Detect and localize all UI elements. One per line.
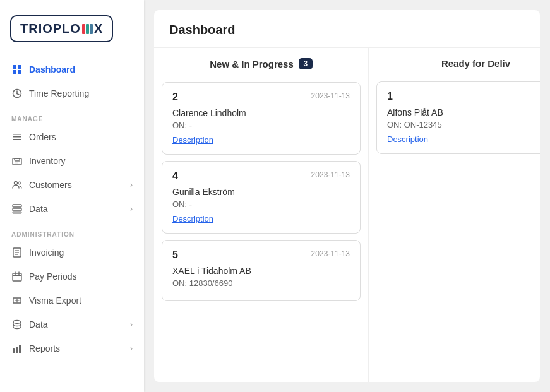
logo[interactable]: TRIOPLO X xyxy=(10,15,113,42)
svg-rect-11 xyxy=(15,158,20,160)
svg-point-14 xyxy=(15,182,18,185)
chevron-right-icon: › xyxy=(130,320,133,329)
logo-ox xyxy=(82,24,93,34)
chevron-right-icon: › xyxy=(130,181,133,189)
svg-rect-23 xyxy=(13,273,21,281)
svg-rect-0 xyxy=(13,65,16,69)
sidebar-item-pay-periods[interactable]: Pay Periods xyxy=(0,264,144,288)
column-cards-ready: 1 Alfons Plåt AB ON: ON-12345 Descriptio… xyxy=(369,76,540,382)
svg-rect-7 xyxy=(13,134,21,135)
data-admin-icon xyxy=(11,319,23,330)
sidebar-item-label: Customers xyxy=(29,180,72,190)
card-id: 1 xyxy=(387,91,393,102)
svg-rect-30 xyxy=(19,345,21,353)
sidebar-item-data-admin[interactable]: Data › xyxy=(0,312,144,336)
customers-icon xyxy=(11,179,23,191)
card-top: 2 2023-11-13 xyxy=(172,92,350,103)
logo-bar-green xyxy=(86,24,89,34)
card-id: 4 xyxy=(172,170,178,182)
column-label: Ready for Deliv xyxy=(441,58,510,69)
sidebar-item-invoicing[interactable]: Invoicing xyxy=(0,241,144,264)
svg-rect-18 xyxy=(13,212,21,213)
svg-rect-28 xyxy=(13,348,15,353)
sidebar-item-dashboard[interactable]: Dashboard xyxy=(0,57,144,81)
logo-area: TRIOPLO X xyxy=(0,10,144,57)
card-customer: Alfons Plåt AB xyxy=(387,107,540,117)
sidebar-item-label: Pay Periods xyxy=(29,271,76,282)
svg-rect-1 xyxy=(18,65,21,69)
sidebar-item-time-reporting[interactable]: Time Reporting xyxy=(0,81,144,105)
sidebar-item-inventory[interactable]: Inventory xyxy=(0,149,144,173)
data-icon xyxy=(11,203,23,215)
card-customer: Gunilla Ekström xyxy=(172,187,350,197)
card-on: ON: ON-12345 xyxy=(387,120,540,129)
sidebar-item-label: Invoicing xyxy=(29,247,64,258)
card-5[interactable]: 5 2023-11-13 XAEL i Tidaholm AB ON: 1283… xyxy=(162,240,361,301)
column-header-new-in-progress: New & In Progress 3 xyxy=(154,48,368,77)
card-top: 4 2023-11-13 xyxy=(172,170,350,182)
admin-section-label: ADMINISTRATION xyxy=(0,221,144,241)
card-date: 2023-11-13 xyxy=(311,170,350,179)
card-4[interactable]: 4 2023-11-13 Gunilla Ekström ON: - Descr… xyxy=(162,161,361,234)
card-description-link[interactable]: Description xyxy=(172,214,213,223)
list-icon xyxy=(11,131,23,143)
card-on: ON: 12830/6690 xyxy=(172,278,350,288)
visma-icon xyxy=(11,295,23,306)
svg-rect-8 xyxy=(13,136,21,138)
svg-rect-2 xyxy=(13,70,16,74)
page-title: Dashboard xyxy=(169,23,235,37)
reports-icon xyxy=(11,343,23,354)
sidebar-item-reports[interactable]: Reports › xyxy=(0,336,144,360)
sidebar-item-label: Dashboard xyxy=(29,64,75,74)
sidebar-item-label: Time Reporting xyxy=(29,88,89,98)
card-on: ON: - xyxy=(172,121,350,130)
logo-x: X xyxy=(94,21,103,36)
sidebar-item-orders[interactable]: Orders xyxy=(0,125,144,149)
column-label: New & In Progress xyxy=(210,59,294,69)
svg-line-6 xyxy=(17,94,19,95)
logo-text: TRIOPLO xyxy=(20,21,81,36)
card-2[interactable]: 2 2023-11-13 Clarence Lindholm ON: - Des… xyxy=(162,82,361,155)
card-date: 2023-11-13 xyxy=(311,92,350,100)
card-on: ON: - xyxy=(172,199,350,209)
card-top: 5 2023-11-13 xyxy=(172,249,350,261)
card-top: 1 xyxy=(387,91,540,102)
sidebar-item-visma-export[interactable]: Visma Export xyxy=(0,288,144,312)
sidebar-item-label: Data xyxy=(29,204,48,214)
svg-point-27 xyxy=(13,321,21,324)
sidebar-item-label: Inventory xyxy=(29,156,66,166)
svg-rect-3 xyxy=(18,70,21,74)
svg-point-15 xyxy=(18,182,21,184)
page-header: Dashboard xyxy=(154,10,540,48)
logo-bar-red xyxy=(82,24,85,34)
sidebar-item-label: Reports xyxy=(29,343,60,353)
card-customer: XAEL i Tidaholm AB xyxy=(172,266,350,276)
sidebar: TRIOPLO X Dashboard xyxy=(0,0,144,392)
main-content: Dashboard New & In Progress 3 2 2023-11-… xyxy=(144,0,550,392)
pay-periods-icon xyxy=(11,271,23,282)
card-1[interactable]: 1 Alfons Plåt AB ON: ON-12345 Descriptio… xyxy=(376,81,540,154)
card-id: 2 xyxy=(172,92,178,103)
dashboard-icon xyxy=(11,64,23,75)
clock-icon xyxy=(11,88,23,99)
column-header-ready-for-delivery: Ready for Deliv xyxy=(369,48,540,76)
svg-rect-17 xyxy=(13,208,21,211)
column-cards-new-in-progress: 2 2023-11-13 Clarence Lindholm ON: - Des… xyxy=(154,77,368,382)
column-badge: 3 xyxy=(299,58,313,69)
svg-rect-29 xyxy=(16,347,18,353)
sidebar-item-label: Data xyxy=(29,319,48,330)
sidebar-item-customers[interactable]: Customers › xyxy=(0,173,144,197)
card-id: 5 xyxy=(172,249,178,261)
chevron-right-icon: › xyxy=(130,205,133,213)
card-description-link[interactable]: Description xyxy=(172,135,213,145)
sidebar-item-data[interactable]: Data › xyxy=(0,197,144,221)
svg-rect-16 xyxy=(13,205,21,207)
manage-section-label: MANAGE xyxy=(0,105,144,125)
sidebar-item-label: Visma Export xyxy=(29,295,81,306)
card-description-link[interactable]: Description xyxy=(387,134,428,144)
logo-bar-blue xyxy=(90,24,93,34)
column-ready-for-delivery: Ready for Deliv 1 Alfons Plåt AB ON: ON-… xyxy=(369,48,540,382)
invoicing-icon xyxy=(11,247,23,258)
chevron-right-icon: › xyxy=(130,344,133,353)
card-date: 2023-11-13 xyxy=(311,249,350,258)
